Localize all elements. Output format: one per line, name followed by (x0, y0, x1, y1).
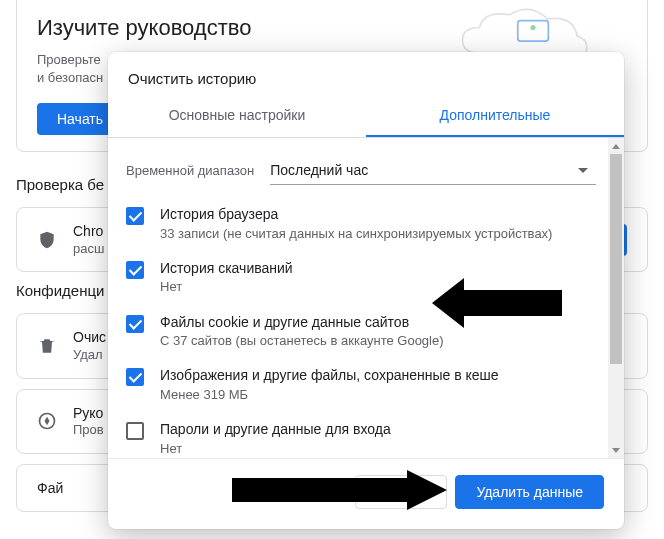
shield-icon (37, 230, 57, 250)
tab-basic[interactable]: Основные настройки (108, 93, 366, 137)
svg-point-1 (531, 25, 536, 30)
option-browser-history[interactable]: История браузера 33 записи (не считая да… (126, 197, 618, 251)
tab-advanced[interactable]: Дополнительные (366, 93, 624, 137)
checkbox-passwords[interactable] (126, 422, 144, 440)
option-sub: 33 записи (не считая данных на синхрониз… (160, 225, 602, 243)
option-title: История скачиваний (160, 259, 602, 279)
dialog-footer: Отмена Удалить данные (108, 458, 624, 529)
time-range-label: Временной диапазон (126, 163, 254, 178)
option-title: Изображения и другие файлы, сохраненные … (160, 366, 602, 386)
svg-rect-0 (518, 21, 549, 41)
scrollbar[interactable] (608, 138, 624, 458)
compass-icon (37, 411, 57, 431)
option-sub: Менее 319 МБ (160, 386, 602, 404)
option-sub: Нет (160, 278, 602, 296)
option-sub: С 37 сайтов (вы останетесь в аккаунте Go… (160, 332, 602, 350)
checkbox-download-history[interactable] (126, 261, 144, 279)
option-title: Пароли и другие данные для входа (160, 420, 602, 440)
time-range-value: Последний час (270, 162, 368, 178)
checkbox-browser-history[interactable] (126, 207, 144, 225)
delete-button[interactable]: Удалить данные (455, 475, 604, 509)
dialog-title: Очистить историю (108, 52, 624, 93)
dialog-body: Временной диапазон Последний час История… (108, 138, 624, 458)
cancel-button[interactable]: Отмена (355, 475, 447, 509)
scrollbar-thumb[interactable] (610, 154, 622, 364)
option-sub: Нет (160, 440, 602, 458)
checkbox-cookies[interactable] (126, 315, 144, 333)
option-download-history[interactable]: История скачиваний Нет (126, 251, 618, 305)
trash-icon (37, 336, 57, 356)
option-title: Файлы cookie и другие данные сайтов (160, 313, 602, 333)
option-passwords[interactable]: Пароли и другие данные для входа Нет (126, 412, 618, 458)
time-range-row: Временной диапазон Последний час (126, 150, 618, 197)
option-cookies[interactable]: Файлы cookie и другие данные сайтов С 37… (126, 305, 618, 359)
option-cached[interactable]: Изображения и другие файлы, сохраненные … (126, 358, 618, 412)
scroll-up-icon[interactable] (608, 138, 624, 154)
time-range-select[interactable]: Последний час (270, 156, 596, 185)
dialog-tabs: Основные настройки Дополнительные (108, 93, 624, 138)
checkbox-cached[interactable] (126, 368, 144, 386)
chevron-down-icon (578, 168, 588, 173)
scroll-down-icon[interactable] (608, 442, 624, 458)
clear-history-dialog: Очистить историю Основные настройки Допо… (108, 52, 624, 529)
option-title: История браузера (160, 205, 602, 225)
